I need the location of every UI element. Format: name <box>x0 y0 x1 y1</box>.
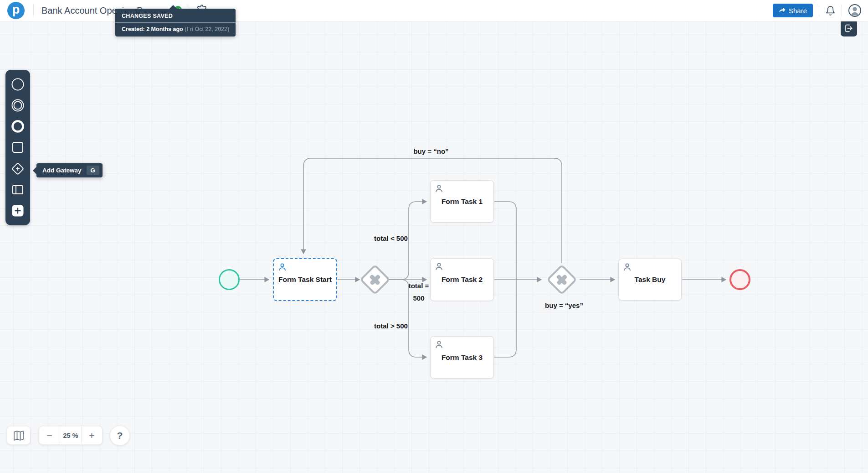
user-task-icon <box>434 262 444 273</box>
zoom-out-button[interactable]: − <box>39 426 60 444</box>
task-form-task-3[interactable]: Form Task 3 <box>430 336 494 379</box>
add-task-button[interactable] <box>8 138 27 157</box>
task-form-task-2[interactable]: Form Task 2 <box>430 258 494 301</box>
sequence-flows <box>0 21 868 473</box>
task-label: Task Buy <box>619 275 681 284</box>
logo-letter: p <box>12 4 20 16</box>
user-task-icon <box>434 340 444 351</box>
shapes-toolbar <box>5 70 30 225</box>
notifications-bell-icon[interactable] <box>825 5 836 16</box>
zoom-level: 25 % <box>60 426 81 444</box>
zoom-in-button[interactable]: + <box>81 426 102 444</box>
processmaker-logo[interactable]: p <box>7 2 25 19</box>
tooltip-heading: CHANGES SAVED <box>115 9 236 23</box>
task-task-buy[interactable]: Task Buy <box>618 259 682 301</box>
diagram-canvas[interactable]: Form Task Start Form Task 1 Form Task 2 … <box>0 21 868 473</box>
divider <box>842 5 842 16</box>
divider <box>819 5 819 16</box>
user-task-icon <box>434 184 444 195</box>
user-avatar[interactable] <box>848 4 862 17</box>
process-modeler-app: p Bank Account Opening Process Share <box>0 0 868 473</box>
task-label: Form Task 1 <box>431 198 493 206</box>
start-event[interactable] <box>219 269 240 290</box>
share-label: Share <box>789 7 807 15</box>
shortcut-key-badge: G <box>87 166 99 175</box>
flow-label-total-eq-500[interactable]: total = 500 <box>409 280 429 304</box>
help-button[interactable]: ? <box>110 426 130 446</box>
user-task-icon <box>622 262 632 274</box>
add-start-event-button[interactable] <box>8 75 27 94</box>
task-label: Form Task 3 <box>431 353 493 362</box>
minimap-toggle-button[interactable] <box>7 426 31 445</box>
share-button[interactable]: Share <box>773 4 813 17</box>
flow-label-total-gt-500[interactable]: total > 500 <box>374 322 408 330</box>
tooltip-label: Add Gateway <box>42 167 82 174</box>
end-event[interactable] <box>729 269 750 290</box>
flow-label-total-lt-500[interactable]: total < 500 <box>374 234 408 242</box>
task-form-task-start[interactable]: Form Task Start <box>273 258 337 301</box>
flow-form-task-1-to-gateway2[interactable] <box>494 202 516 280</box>
task-label: Form Task Start <box>274 275 336 284</box>
flow-form-task-3-to-gateway2[interactable] <box>494 280 516 357</box>
created-date: (Fri Oct 22, 2022) <box>183 26 229 32</box>
add-intermediate-event-button[interactable] <box>8 96 27 114</box>
divider <box>33 5 34 16</box>
add-end-event-button[interactable] <box>8 117 27 136</box>
add-more-elements-button[interactable] <box>8 202 27 220</box>
flow-label-buy-yes[interactable]: buy = “yes” <box>545 301 583 309</box>
flow-label-buy-no[interactable]: buy = “no” <box>413 147 448 155</box>
changes-saved-tooltip: CHANGES SAVED Created: 2 Months ago (Fri… <box>115 9 236 36</box>
task-form-task-1[interactable]: Form Task 1 <box>430 180 494 223</box>
user-task-icon <box>277 262 287 274</box>
tooltip-created-line: Created: 2 Months ago (Fri Oct 22, 2022) <box>115 23 236 36</box>
add-gateway-tooltip: Add Gateway G <box>36 163 103 177</box>
zoom-controls: − 25 % + <box>39 426 103 445</box>
share-icon <box>779 7 786 15</box>
export-icon <box>844 23 854 33</box>
add-gateway-button[interactable] <box>8 159 27 178</box>
created-label: Created: 2 Months ago <box>122 26 183 32</box>
add-pool-button[interactable] <box>8 180 27 199</box>
minimap-icon <box>13 430 25 441</box>
export-panel-button[interactable] <box>841 20 857 36</box>
task-label: Form Task 2 <box>431 275 493 284</box>
